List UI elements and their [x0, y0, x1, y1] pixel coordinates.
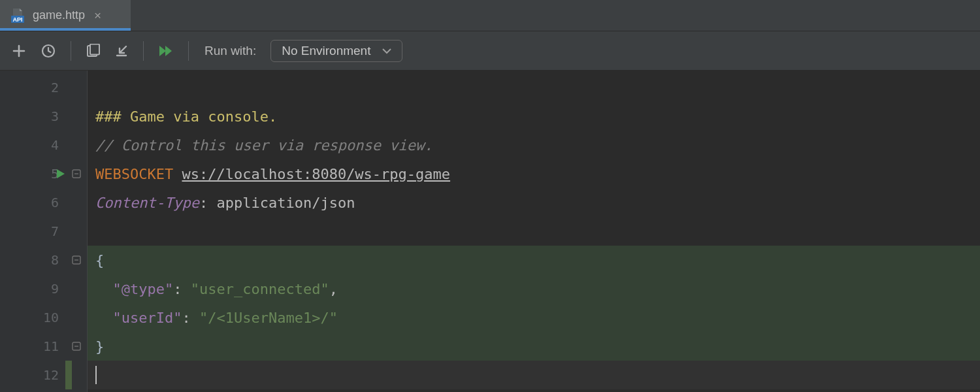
- toolbar-separator: [71, 41, 71, 61]
- environment-value: No Environment: [282, 44, 370, 58]
- toolbar-separator: [188, 41, 189, 61]
- change-marker: [65, 361, 72, 389]
- code-line[interactable]: {: [88, 246, 980, 274]
- fold-column: [65, 71, 88, 392]
- svg-text:API: API: [12, 16, 22, 23]
- line-number: 7: [0, 217, 65, 246]
- svg-rect-4: [90, 44, 99, 54]
- line-number: 2: [0, 73, 65, 102]
- code-line[interactable]: "userId": "/<1UserName1>/": [88, 303, 980, 332]
- line-number: 10: [0, 303, 65, 332]
- tab-filename: game.http: [33, 8, 85, 22]
- line-number: 8: [0, 246, 65, 274]
- code-line[interactable]: [88, 217, 980, 246]
- code-line[interactable]: [88, 73, 980, 102]
- add-request-button[interactable]: [12, 44, 26, 58]
- run-with-label: Run with:: [204, 44, 256, 58]
- code-line[interactable]: Content-Type: application/json: [88, 188, 980, 217]
- fold-handle[interactable]: [65, 332, 87, 361]
- import-button[interactable]: [114, 44, 129, 58]
- line-number: 9: [0, 274, 65, 303]
- run-all-button[interactable]: [158, 44, 174, 58]
- code-line[interactable]: ### Game via console.: [88, 102, 980, 131]
- editor-toolbar: Run with: No Environment: [0, 31, 980, 71]
- code-line[interactable]: [88, 361, 980, 389]
- examples-button[interactable]: [86, 44, 100, 58]
- toolbar-separator: [143, 41, 144, 61]
- environment-selector[interactable]: No Environment: [270, 40, 402, 62]
- code-area[interactable]: ### Game via console. // Control this us…: [88, 71, 980, 392]
- code-line[interactable]: WEBSOCKET ws://localhost:8080/ws-rpg-gam…: [88, 159, 980, 188]
- fold-handle[interactable]: [65, 159, 87, 188]
- close-tab-icon[interactable]: ×: [94, 8, 101, 23]
- chevron-down-icon: [382, 48, 391, 54]
- line-number: 5: [0, 159, 65, 188]
- line-number: 11: [0, 332, 65, 361]
- file-tab[interactable]: API game.http ×: [0, 0, 131, 31]
- line-number: 6: [0, 188, 65, 217]
- line-number-gutter: 2 3 4 5 6 7 8 9 10 11 12: [0, 71, 65, 392]
- code-editor[interactable]: 2 3 4 5 6 7 8 9 10 11 12: [0, 71, 980, 392]
- http-file-icon: API: [9, 7, 26, 24]
- line-number: 4: [0, 131, 65, 159]
- code-line[interactable]: // Control this user via response view.: [88, 131, 980, 159]
- line-number: 3: [0, 102, 65, 131]
- code-line[interactable]: }: [88, 332, 980, 361]
- history-button[interactable]: [41, 43, 56, 59]
- code-line[interactable]: "@type": "user_connected",: [88, 274, 980, 303]
- tab-bar: API game.http ×: [0, 0, 980, 31]
- text-caret: [95, 366, 97, 384]
- line-number: 12: [0, 361, 65, 389]
- fold-handle[interactable]: [65, 246, 87, 274]
